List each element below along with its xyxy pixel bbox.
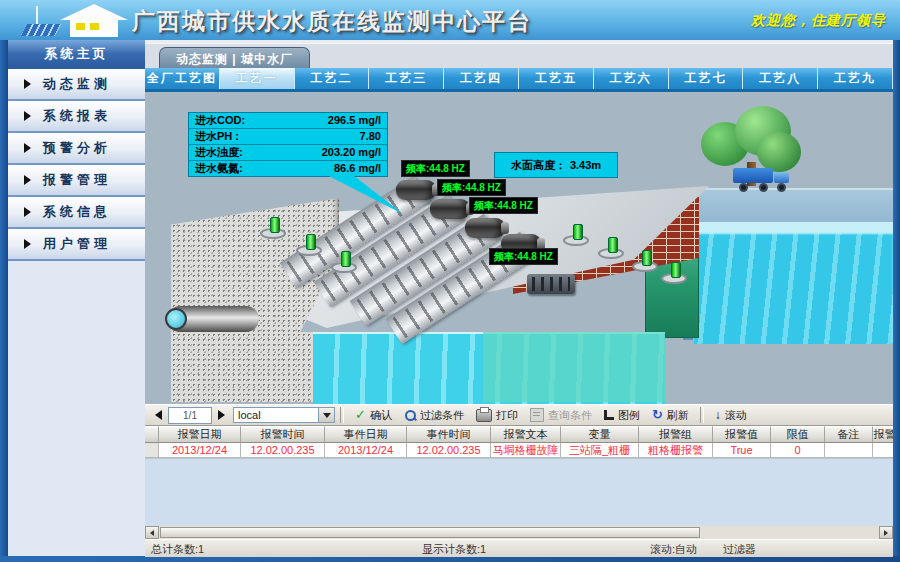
tab-process-3[interactable]: 工艺三 [369, 68, 444, 89]
arrow-right-icon [24, 239, 31, 249]
legend-icon [604, 410, 614, 420]
pipe-opening [165, 308, 187, 330]
scroll-right-button[interactable] [879, 526, 893, 539]
cell-alarm-time: 12.02.00.235 [241, 443, 325, 458]
page-indicator: 1/1 [168, 407, 212, 424]
app-window: 广西城市供水水质在线监测中心平台 欢迎您，住建厅领导 系统主页 动态监测 系统报… [0, 0, 900, 562]
screen-motor-2[interactable] [430, 199, 470, 219]
refresh-button[interactable]: ↻ 刷新 [652, 408, 689, 423]
tab-process-9[interactable]: 工艺九 [818, 68, 893, 89]
col-variable[interactable]: 变量 [561, 426, 639, 443]
cell-note [825, 443, 873, 458]
col-alarm-date[interactable]: 报警日期 [159, 426, 241, 443]
query-conditions-button[interactable]: 查询条件 [530, 408, 592, 423]
cell-alarm-cut [873, 443, 893, 458]
cell-limit: 0 [771, 443, 825, 458]
col-note[interactable]: 备注 [825, 426, 873, 443]
tab-process-5[interactable]: 工艺五 [519, 68, 594, 89]
query-icon [530, 408, 544, 422]
chevron-down-icon[interactable] [318, 408, 334, 422]
print-button[interactable]: 打印 [476, 408, 518, 423]
right-border-strip [893, 40, 900, 562]
blower-unit [527, 274, 575, 294]
status-scroll-mode: 滚动:自动 [650, 542, 697, 557]
app-header: 广西城市供水水质在线监测中心平台 欢迎您，住建厅领导 [0, 0, 900, 40]
magnifier-icon [404, 409, 416, 421]
scroll-left-button[interactable] [145, 526, 159, 539]
inflow-data-callout: 进水COD:296.5 mg/l 进水PH :7.80 进水浊度:203.20 … [188, 112, 388, 177]
screen-motor-1[interactable] [396, 180, 436, 200]
sidebar-item-warning-analysis[interactable]: 预警分析 [8, 133, 145, 165]
tab-process-8[interactable]: 工艺八 [743, 68, 818, 89]
arrow-right-icon [24, 207, 31, 217]
inlet-pipe [167, 306, 259, 332]
tab-process-1[interactable]: 工艺一 [220, 68, 295, 89]
sidebar-item-alarm-manage[interactable]: 报警管理 [8, 165, 145, 197]
sidebar-item-dynamic-monitor[interactable]: 动态监测 [8, 69, 145, 101]
screen-motor-3[interactable] [465, 218, 505, 238]
breadcrumb[interactable]: 动态监测 | 城中水厂 [159, 47, 310, 70]
horizontal-scrollbar[interactable] [145, 526, 893, 539]
scrollbar-thumb[interactable] [160, 527, 700, 538]
cell-alarm-text: 马垌格栅故障 [491, 443, 561, 458]
process-tabbar: 全厂工艺图 工艺一 工艺二 工艺三 工艺四 工艺五 工艺六 工艺七 工艺八 工艺… [145, 68, 893, 92]
water-level-label: 水面高度： 3.43m [494, 152, 618, 178]
tab-plant-overview[interactable]: 全厂工艺图 [145, 68, 220, 89]
status-total-count: 总计条数:1 [151, 542, 204, 557]
truck-graphic [733, 166, 793, 192]
col-alarm-group[interactable]: 报警组 [639, 426, 713, 443]
col-alarm-text[interactable]: 报警文本 [491, 426, 561, 443]
scroll-button[interactable]: ↓ 滚动 [715, 408, 747, 423]
alarm-statusbar: 总计条数:1 显示计条数:1 滚动:自动 过滤器 [145, 539, 893, 557]
arrow-right-icon [24, 111, 31, 121]
page-prev-button[interactable] [155, 410, 162, 420]
sidebar-item-system-info[interactable]: 系统信息 [8, 197, 145, 229]
toolbar-separator [340, 407, 344, 423]
col-limit[interactable]: 限值 [771, 426, 825, 443]
col-event-date[interactable]: 事件日期 [325, 426, 407, 443]
printer-icon [476, 409, 492, 422]
filter-conditions-button[interactable]: 过滤条件 [404, 408, 464, 423]
tab-process-7[interactable]: 工艺七 [669, 68, 744, 89]
cell-variable: 三站隔_粗栅 [561, 443, 639, 458]
welcome-text: 欢迎您，住建厅领导 [751, 12, 886, 30]
legend-button[interactable]: 图例 [604, 408, 640, 423]
logo-house-icon [22, 2, 127, 38]
col-alarm-value[interactable]: 报警值 [713, 426, 771, 443]
breadcrumb-row: 动态监测 | 城中水厂 [145, 43, 893, 69]
clarifier-water [693, 232, 893, 344]
valve-hatch [598, 248, 624, 259]
alarm-table-row[interactable]: 2013/12/24 12.02.00.235 2013/12/24 12.02… [145, 443, 893, 458]
row-selector[interactable] [145, 443, 159, 458]
col-event-time[interactable]: 事件时间 [407, 426, 491, 443]
sidebar-home[interactable]: 系统主页 [8, 40, 145, 69]
pump-frequency-label-4: 频率:44.8 HZ [489, 248, 558, 265]
main-content: 动态监测 | 城中水厂 全厂工艺图 工艺一 工艺二 工艺三 工艺四 工艺五 工艺… [145, 40, 893, 556]
cell-event-date: 2013/12/24 [325, 443, 407, 458]
cell-alarm-date: 2013/12/24 [159, 443, 241, 458]
tab-process-4[interactable]: 工艺四 [444, 68, 519, 89]
server-select[interactable]: local [233, 407, 335, 423]
status-shown-count: 显示计条数:1 [422, 542, 486, 557]
col-alarm-cut[interactable]: 报警 [873, 426, 893, 443]
valve-hatch [563, 235, 589, 246]
tab-process-6[interactable]: 工艺六 [594, 68, 669, 89]
water-level-value: 3.43m [570, 159, 601, 171]
tab-process-2[interactable]: 工艺二 [295, 68, 370, 89]
channel-water-green [483, 332, 665, 402]
check-icon: ✓ [355, 409, 366, 421]
valve-hatch [296, 245, 322, 256]
alarm-toolbar: 1/1 local ✓ 确认 过滤条件 打印 查询条件 [145, 404, 893, 426]
sidebar-item-system-report[interactable]: 系统报表 [8, 101, 145, 133]
sidebar-item-user-manage[interactable]: 用户管理 [8, 229, 145, 261]
confirm-button[interactable]: ✓ 确认 [355, 408, 392, 423]
cell-alarm-value: True [713, 443, 771, 458]
pump-frequency-label-1: 频率:44.8 HZ [401, 160, 470, 177]
row-selector-header [145, 426, 159, 443]
page-next-button[interactable] [218, 410, 225, 420]
inflow-ph-value: 7.80 [360, 129, 381, 144]
valve-hatch [661, 273, 687, 284]
pump-frequency-label-2: 频率:44.8 HZ [437, 179, 506, 196]
col-alarm-time[interactable]: 报警时间 [241, 426, 325, 443]
toolbar-separator [700, 407, 704, 423]
